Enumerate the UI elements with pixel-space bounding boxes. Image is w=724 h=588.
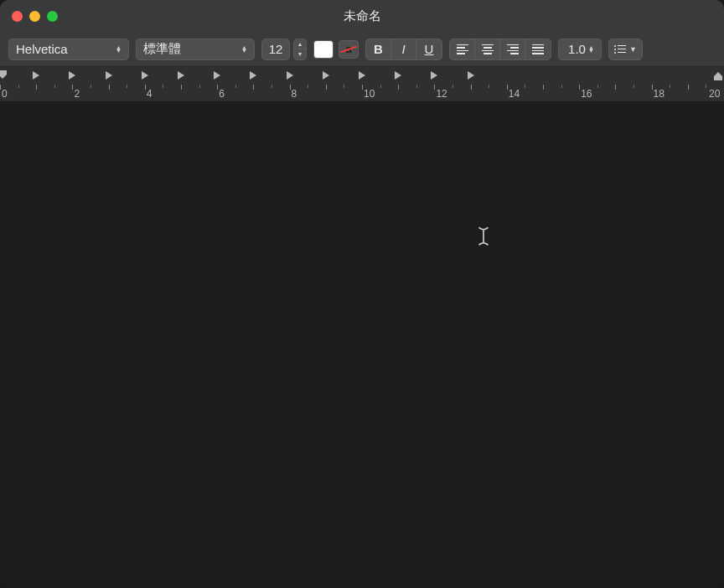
ruler-major-label: 8 [292, 88, 297, 100]
highlight-letter: a [345, 43, 351, 55]
underline-button[interactable]: U [416, 39, 442, 59]
tab-stop-marker[interactable] [68, 70, 76, 80]
align-justify-icon [532, 44, 544, 54]
font-family-value: Helvetica [16, 42, 68, 56]
ruler-major-label: 14 [509, 88, 520, 100]
svg-marker-0 [0, 70, 7, 79]
ruler-major-label: 4 [147, 88, 153, 100]
svg-marker-1 [33, 71, 39, 80]
tab-stop-marker[interactable] [286, 70, 294, 80]
font-size-input[interactable]: 12 [261, 39, 290, 60]
ruler-major-label: 16 [581, 88, 592, 100]
dropdown-arrows-icon: ▲▼ [116, 46, 122, 53]
ruler-major-label: 10 [364, 88, 375, 100]
close-button[interactable] [12, 11, 23, 22]
line-spacing-value: 1.0 [566, 42, 588, 56]
ruler-major-label: 20 [709, 88, 720, 100]
svg-marker-4 [142, 71, 148, 80]
ruler-major-label: 18 [654, 88, 665, 100]
minimize-button[interactable] [29, 11, 40, 22]
font-family-select[interactable]: Helvetica ▲▼ [8, 39, 129, 60]
svg-marker-9 [323, 71, 329, 80]
svg-marker-11 [395, 71, 401, 80]
tab-stop-marker[interactable] [177, 70, 185, 80]
font-size-up[interactable]: ▲ [294, 39, 306, 50]
ruler-major-label: 6 [219, 88, 225, 100]
font-size-group: 12 ▲ ▼ [261, 39, 307, 60]
svg-marker-13 [468, 71, 474, 80]
dropdown-arrows-icon: ▲▼ [588, 46, 594, 53]
align-center-button[interactable] [475, 39, 500, 59]
style-group: B I U [365, 39, 442, 60]
tab-stop-marker[interactable] [141, 70, 149, 80]
text-cursor-icon [478, 226, 489, 250]
svg-marker-5 [178, 71, 184, 80]
dropdown-arrows-icon: ▲▼ [241, 46, 247, 53]
tab-stop-marker[interactable] [358, 70, 366, 80]
align-left-button[interactable] [450, 39, 475, 59]
maximize-button[interactable] [47, 11, 58, 22]
tab-stop-marker[interactable] [32, 70, 40, 80]
tab-stop-marker[interactable] [249, 70, 257, 80]
svg-marker-6 [214, 71, 220, 80]
font-style-value: 標準體 [143, 41, 181, 57]
italic-button[interactable]: I [391, 39, 416, 59]
tab-stop-marker[interactable] [322, 70, 330, 80]
text-editor-area[interactable] [0, 102, 724, 588]
ruler-ticks: 02468101214161820 [0, 83, 724, 101]
svg-marker-14 [714, 72, 722, 80]
align-justify-button[interactable] [525, 39, 551, 59]
bold-button[interactable]: B [366, 39, 391, 59]
window-title: 未命名 [0, 8, 724, 24]
tab-stop-marker[interactable] [105, 70, 113, 80]
font-style-select[interactable]: 標準體 ▲▼ [136, 39, 255, 60]
tab-stop-marker[interactable] [430, 70, 438, 80]
font-size-stepper: ▲ ▼ [293, 39, 307, 60]
ruler-major-label: 12 [436, 88, 447, 100]
ruler[interactable]: 02468101214161820 [0, 67, 724, 102]
highlight-color-button[interactable]: a [339, 40, 359, 59]
color-group: a [313, 40, 359, 59]
chevron-down-icon: ▼ [629, 45, 637, 54]
tab-stop-marker[interactable] [213, 70, 221, 80]
align-center-icon [482, 44, 494, 54]
list-style-button[interactable]: ▼ [608, 39, 643, 60]
svg-marker-12 [431, 71, 437, 80]
ruler-major-label: 0 [2, 88, 8, 100]
title-bar: 未命名 [0, 0, 724, 32]
line-spacing-select[interactable]: 1.0 ▲▼ [558, 39, 602, 60]
text-color-swatch[interactable] [313, 40, 334, 59]
align-right-button[interactable] [500, 39, 525, 59]
first-line-indent-marker[interactable] [0, 69, 8, 84]
font-size-down[interactable]: ▼ [294, 49, 306, 59]
svg-marker-10 [359, 71, 365, 80]
svg-marker-8 [287, 71, 293, 80]
align-group [449, 39, 551, 60]
svg-marker-3 [106, 71, 112, 80]
svg-marker-7 [250, 71, 256, 80]
ruler-major-label: 2 [74, 88, 80, 100]
tab-stop-marker[interactable] [467, 70, 475, 80]
list-icon [614, 45, 626, 54]
window-controls [0, 11, 58, 22]
tab-stop-marker[interactable] [394, 70, 402, 80]
align-left-icon [457, 44, 468, 54]
formatting-toolbar: Helvetica ▲▼ 標準體 ▲▼ 12 ▲ ▼ a B I U [0, 32, 724, 67]
svg-marker-2 [69, 71, 75, 80]
align-right-icon [507, 44, 519, 54]
